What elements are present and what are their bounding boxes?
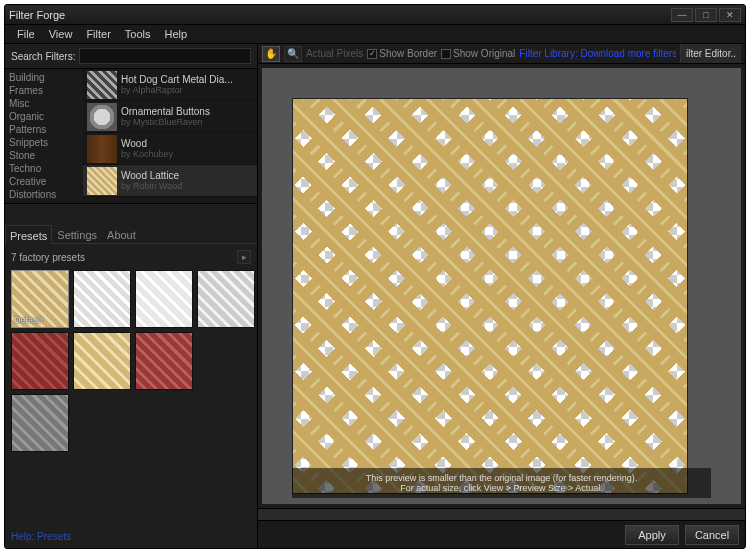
filter-library-link[interactable]: Filter Library: Download more filters! xyxy=(519,48,676,59)
search-label: Search Filters: xyxy=(11,51,75,62)
help-presets-link[interactable]: Help: Presets xyxy=(5,525,257,548)
menu-filter[interactable]: Filter xyxy=(80,26,116,42)
filter-name: Wood Lattice xyxy=(121,170,182,181)
filter-list: Hot Dog Cart Metal Dia...by AlphaRaptor … xyxy=(83,69,257,203)
show-original-label: Show Original xyxy=(453,48,515,59)
app-window: Filter Forge — □ ✕ File View Filter Tool… xyxy=(4,4,746,549)
category-item[interactable]: Stone xyxy=(9,149,79,162)
preset-default[interactable]: Default xyxy=(11,270,69,328)
preset-item[interactable] xyxy=(11,332,69,390)
filter-item[interactable]: Ornamental Buttonsby MysticBlueRaven xyxy=(83,101,257,133)
category-item[interactable]: Distortions xyxy=(9,188,79,201)
preset-item[interactable] xyxy=(135,332,193,390)
minimize-button[interactable]: — xyxy=(671,8,693,22)
footer-bar: Apply Cancel xyxy=(258,520,745,548)
tab-about[interactable]: About xyxy=(102,224,141,243)
app-title: Filter Forge xyxy=(9,9,65,21)
preset-item[interactable] xyxy=(135,270,193,328)
preset-item[interactable] xyxy=(73,332,131,390)
filter-thumb xyxy=(87,135,117,163)
menu-help[interactable]: Help xyxy=(159,26,194,42)
category-list: Building Frames Misc Organic Patterns Sn… xyxy=(5,69,83,203)
cancel-button[interactable]: Cancel xyxy=(685,525,739,545)
detail-tabs: Presets Settings About xyxy=(5,224,257,244)
zoom-tool-button[interactable]: 🔍 xyxy=(284,46,302,62)
search-input[interactable] xyxy=(79,48,251,64)
category-item[interactable]: Organic xyxy=(9,110,79,123)
preview-hint: This preview is smaller than the origina… xyxy=(292,468,711,498)
title-bar[interactable]: Filter Forge — □ ✕ xyxy=(5,5,745,25)
maximize-button[interactable]: □ xyxy=(695,8,717,22)
filter-author: by AlphaRaptor xyxy=(121,85,233,96)
right-panel: ✋ 🔍 Actual Pixels ✓Show Border Show Orig… xyxy=(258,44,745,548)
category-item[interactable]: Snippets xyxy=(9,136,79,149)
category-item[interactable]: Misc xyxy=(9,97,79,110)
tab-settings[interactable]: Settings xyxy=(52,224,102,243)
category-item[interactable]: Building xyxy=(9,71,79,84)
filter-name: Hot Dog Cart Metal Dia... xyxy=(121,74,233,85)
filter-author: by Robin Wood xyxy=(121,181,182,192)
category-item[interactable]: Techno xyxy=(9,162,79,175)
filter-thumb xyxy=(87,103,117,131)
show-border-label: Show Border xyxy=(379,48,437,59)
show-original-checkbox[interactable]: Show Original xyxy=(441,48,515,59)
preview-canvas xyxy=(292,98,688,494)
filter-name: Wood xyxy=(121,138,173,149)
filter-item[interactable]: Hot Dog Cart Metal Dia...by AlphaRaptor xyxy=(83,69,257,101)
category-item[interactable]: Frames xyxy=(9,84,79,97)
presets-next-button[interactable]: ▸ xyxy=(237,250,251,264)
hand-icon: ✋ xyxy=(265,48,277,59)
menu-view[interactable]: View xyxy=(43,26,79,42)
filter-item-selected[interactable]: Wood Latticeby Robin Wood xyxy=(83,165,257,197)
preview-toolbar: ✋ 🔍 Actual Pixels ✓Show Border Show Orig… xyxy=(258,44,745,64)
filter-thumb xyxy=(87,71,117,99)
preview-viewport[interactable]: This preview is smaller than the origina… xyxy=(262,68,741,504)
filter-thumb xyxy=(87,167,117,195)
actual-pixels-label[interactable]: Actual Pixels xyxy=(306,48,363,59)
menu-bar: File View Filter Tools Help xyxy=(5,25,745,43)
hand-tool-button[interactable]: ✋ xyxy=(262,46,280,62)
category-item[interactable]: Creative xyxy=(9,175,79,188)
filter-item[interactable]: Woodby Kochubey xyxy=(83,133,257,165)
filter-author: by Kochubey xyxy=(121,149,173,160)
filter-editor-button[interactable]: ilter Editor.. xyxy=(680,44,741,63)
preset-item[interactable] xyxy=(197,270,255,328)
close-button[interactable]: ✕ xyxy=(719,8,741,22)
preset-label: Default xyxy=(14,315,43,325)
horizontal-scrollbar[interactable] xyxy=(258,508,745,520)
filter-author: by MysticBlueRaven xyxy=(121,117,210,128)
preset-item[interactable] xyxy=(73,270,131,328)
tab-presets[interactable]: Presets xyxy=(5,225,52,244)
presets-count: 7 factory presets xyxy=(11,252,85,263)
hint-line1: This preview is smaller than the origina… xyxy=(297,473,706,483)
menu-tools[interactable]: Tools xyxy=(119,26,157,42)
preset-item[interactable] xyxy=(11,394,69,452)
left-panel: Search Filters: Building Frames Misc Org… xyxy=(5,44,258,548)
magnifier-icon: 🔍 xyxy=(287,48,299,59)
category-item[interactable]: Patterns xyxy=(9,123,79,136)
show-border-checkbox[interactable]: ✓Show Border xyxy=(367,48,437,59)
hint-line2: For actual size, click View > Preview Si… xyxy=(297,483,706,493)
presets-grid: Default xyxy=(5,270,257,452)
filter-name: Ornamental Buttons xyxy=(121,106,210,117)
menu-file[interactable]: File xyxy=(11,26,41,42)
apply-button[interactable]: Apply xyxy=(625,525,679,545)
